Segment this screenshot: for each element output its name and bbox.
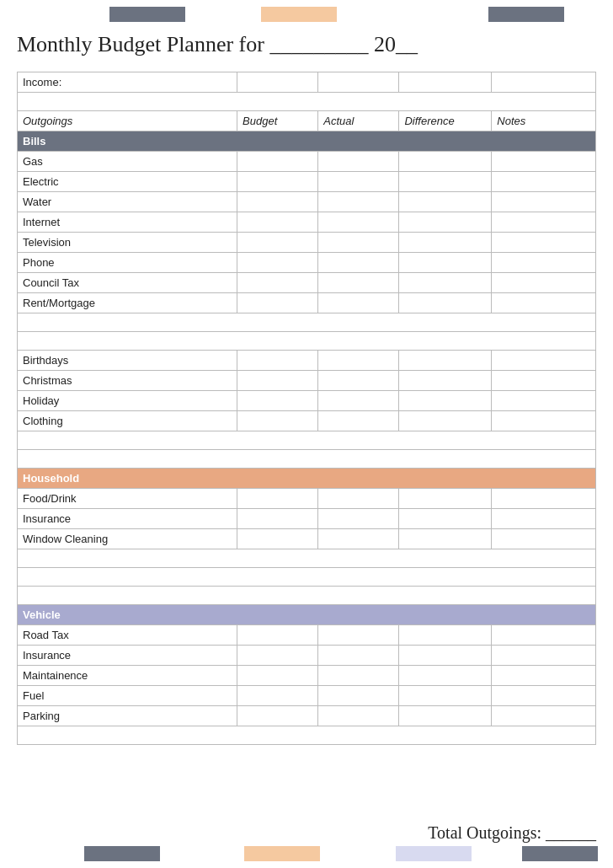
row-fuel: Fuel <box>18 686 596 706</box>
label-parking: Parking <box>18 706 237 726</box>
income-label: Income: <box>18 72 237 93</box>
deco-bot-3 <box>396 846 472 861</box>
label-holiday: Holiday <box>18 391 237 411</box>
income-budget <box>237 72 318 93</box>
vehicle-label: Vehicle <box>18 605 596 625</box>
row-maintainence: Maintainence <box>18 666 596 686</box>
label-fuel: Fuel <box>18 686 237 706</box>
col-actual: Actual <box>318 111 399 131</box>
row-parking: Parking <box>18 706 596 726</box>
row-window-cleaning: Window Cleaning <box>18 529 596 549</box>
deco-bot-2 <box>244 846 320 861</box>
label-road-tax: Road Tax <box>18 625 237 646</box>
row-insurance-vehicle: Insurance <box>18 646 596 666</box>
row-clothing: Clothing <box>18 411 596 431</box>
income-row: Income: <box>18 72 596 93</box>
row-holiday: Holiday <box>18 391 596 411</box>
row-gas: Gas <box>18 152 596 172</box>
spacer-bills-1 <box>18 313 596 332</box>
household-section-header: Household <box>18 469 596 489</box>
income-notes <box>492 72 596 93</box>
label-water: Water <box>18 192 237 212</box>
label-rent-mortgage: Rent/Mortgage <box>18 293 237 313</box>
spacer-vehicle-1 <box>18 726 596 745</box>
budget-table: Income: Outgoings Budget Actual Differen… <box>17 72 596 745</box>
col-notes: Notes <box>492 111 596 131</box>
label-council-tax: Council Tax <box>18 273 237 293</box>
label-birthdays: Birthdays <box>18 351 237 371</box>
label-insurance-vehicle: Insurance <box>18 646 237 666</box>
bills-label: Bills <box>18 131 596 152</box>
row-birthdays: Birthdays <box>18 351 596 371</box>
deco-top-right <box>488 7 564 22</box>
row-water: Water <box>18 192 596 212</box>
total-outgoings: Total Outgoings: ______ <box>428 823 596 843</box>
label-electric: Electric <box>18 172 237 192</box>
household-label: Household <box>18 469 596 489</box>
label-maintainence: Maintainence <box>18 666 237 686</box>
page-title: Monthly Budget Planner for _________ 20_… <box>17 32 418 57</box>
label-gas: Gas <box>18 152 237 172</box>
row-insurance-household: Insurance <box>18 509 596 529</box>
spacer-savings-2 <box>18 450 596 469</box>
income-diff <box>399 72 492 93</box>
spacer-bills-2 <box>18 332 596 351</box>
row-christmas: Christmas <box>18 371 596 391</box>
spacer-row <box>18 93 596 111</box>
label-window-cleaning: Window Cleaning <box>18 529 237 549</box>
row-rent-mortgage: Rent/Mortgage <box>18 293 596 313</box>
label-television: Television <box>18 233 237 253</box>
label-food-drink: Food/Drink <box>18 489 237 509</box>
bills-section-header: Bills <box>18 131 596 152</box>
income-actual <box>318 72 399 93</box>
deco-bot-4 <box>522 846 598 861</box>
col-difference: Difference <box>399 111 492 131</box>
deco-top-center <box>261 7 337 22</box>
deco-top-left <box>109 7 185 22</box>
row-internet: Internet <box>18 212 596 233</box>
spacer-household-1 <box>18 549 596 568</box>
row-food-drink: Food/Drink <box>18 489 596 509</box>
spacer-household-2 <box>18 568 596 587</box>
row-phone: Phone <box>18 253 596 273</box>
column-header-row: Outgoings Budget Actual Difference Notes <box>18 111 596 131</box>
page: Monthly Budget Planner for _________ 20_… <box>0 0 613 868</box>
label-insurance-household: Insurance <box>18 509 237 529</box>
col-budget: Budget <box>237 111 318 131</box>
label-christmas: Christmas <box>18 371 237 391</box>
label-internet: Internet <box>18 212 237 233</box>
deco-bot-1 <box>84 846 160 861</box>
row-electric: Electric <box>18 172 596 192</box>
spacer-household-3 <box>18 587 596 605</box>
row-council-tax: Council Tax <box>18 273 596 293</box>
budget-table-wrapper: Income: Outgoings Budget Actual Differen… <box>17 72 596 813</box>
col-outgoings: Outgoings <box>18 111 237 131</box>
row-road-tax: Road Tax <box>18 625 596 646</box>
row-television: Television <box>18 233 596 253</box>
label-clothing: Clothing <box>18 411 237 431</box>
vehicle-section-header: Vehicle <box>18 605 596 625</box>
spacer-savings-1 <box>18 431 596 450</box>
label-phone: Phone <box>18 253 237 273</box>
